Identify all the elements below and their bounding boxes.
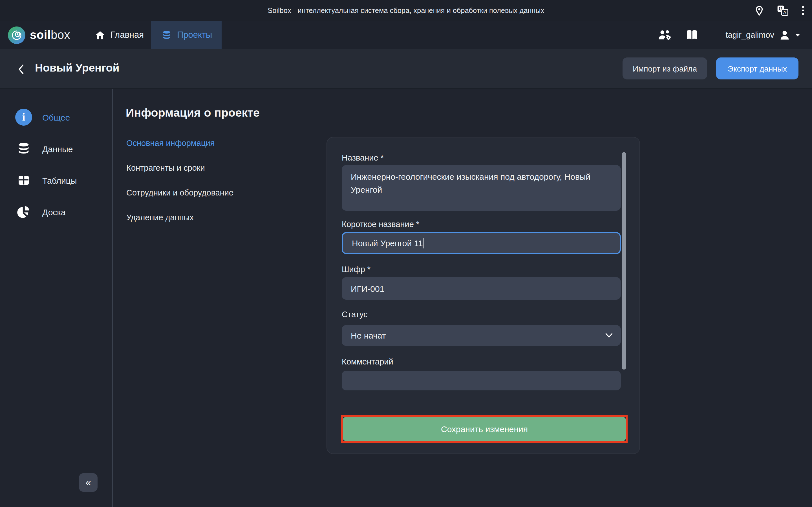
tab-projects-label: Проекты xyxy=(177,30,212,40)
code-value: ИГИ-001 xyxy=(351,284,384,293)
sidebar-item-label: Доска xyxy=(42,207,66,217)
username[interactable]: tagir_galimov xyxy=(726,31,774,40)
kebab-menu-icon[interactable] xyxy=(802,6,804,15)
status-label: Статус xyxy=(342,310,368,319)
comment-input[interactable] xyxy=(342,371,621,390)
save-changes-button[interactable]: Сохранить изменения xyxy=(343,417,626,441)
app-root: Soilbox - интеллектуальная система сбора… xyxy=(0,0,812,507)
browser-title-bar: Soilbox - интеллектуальная система сбора… xyxy=(0,0,812,21)
tab-home[interactable]: Главная xyxy=(85,21,154,49)
app-navbar: soilbox Главная Проекты tagir_galimov xyxy=(0,21,812,49)
translate-icon[interactable]: GA xyxy=(777,5,789,16)
code-label: Шифр * xyxy=(342,265,370,274)
code-input[interactable]: ИГИ-001 xyxy=(342,277,621,300)
back-button[interactable] xyxy=(15,62,28,76)
svg-text:A: A xyxy=(783,10,786,15)
table-icon xyxy=(15,172,32,189)
page-title: Новый Уренгой xyxy=(35,61,119,74)
browser-title: Soilbox - интеллектуальная система сбора… xyxy=(268,6,545,14)
name-value: Инженерно-геологические изыскания под ав… xyxy=(351,172,591,194)
subnav-item-staff-equipment[interactable]: Сотрудники и оборудование xyxy=(126,180,312,205)
sidebar-item-label: Таблицы xyxy=(42,175,77,185)
chevron-down-icon xyxy=(605,333,613,338)
user-management-icon[interactable] xyxy=(658,29,673,41)
sidebar-item-label: Данные xyxy=(42,144,73,154)
subnav-item-contractors[interactable]: Контрагенты и сроки xyxy=(126,156,312,180)
text-caret xyxy=(423,238,424,248)
sidebar-item-tables[interactable]: Таблицы xyxy=(0,165,112,196)
name-label: Название * xyxy=(342,153,384,162)
browser-icons: GA xyxy=(755,0,804,21)
sidebar-item-label: Общее xyxy=(42,112,70,122)
main-content: Информация о проекте Основная информация… xyxy=(113,89,812,507)
collapse-chevrons-glyph: « xyxy=(86,477,91,488)
short-name-input[interactable]: Новый Уренгой 11 xyxy=(342,232,621,254)
card-scrollbar-thumb[interactable] xyxy=(622,152,626,370)
info-icon: i xyxy=(15,109,32,126)
tab-projects[interactable]: Проекты xyxy=(151,21,221,49)
export-data-button[interactable]: Экспорт данных xyxy=(716,57,799,79)
back-chevron-icon xyxy=(16,63,27,75)
database-icon xyxy=(15,140,32,157)
sidebar-collapse-button[interactable]: « xyxy=(79,473,98,492)
projects-database-icon xyxy=(161,30,172,40)
tab-home-label: Главная xyxy=(110,30,144,40)
comment-label: Комментарий xyxy=(342,357,393,366)
logo-wordmark: soilbox xyxy=(30,28,70,42)
navbar-right: tagir_galimov xyxy=(658,21,801,49)
page-header: Новый Уренгой Импорт из файла Экспорт да… xyxy=(0,49,812,89)
short-name-value: Новый Уренгой 11 xyxy=(352,238,423,248)
project-sidebar: i Общее Данные Таблицы Доска xyxy=(0,89,113,507)
documentation-book-icon[interactable] xyxy=(685,29,699,41)
page-body: i Общее Данные Таблицы Доска xyxy=(0,89,812,507)
section-title: Информация о проекте xyxy=(126,106,260,119)
soilbox-logo-icon xyxy=(8,26,26,44)
status-select[interactable]: Не начат xyxy=(342,325,621,346)
subnav-item-delete-data[interactable]: Удаление данных xyxy=(126,205,312,230)
location-pin-icon[interactable] xyxy=(755,5,764,15)
user-menu-chevron-icon[interactable] xyxy=(795,33,801,37)
home-icon xyxy=(95,30,105,40)
project-info-card: Название * Инженерно-геологические изыск… xyxy=(326,137,640,454)
click-target-annotation: Сохранить изменения xyxy=(341,415,627,443)
name-textarea[interactable]: Инженерно-геологические изыскания под ав… xyxy=(342,165,621,211)
sidebar-item-board[interactable]: Доска xyxy=(0,196,112,228)
subnav-item-basic-info[interactable]: Основная информация xyxy=(126,131,312,156)
pie-chart-icon xyxy=(15,203,32,220)
soilbox-logo[interactable]: soilbox xyxy=(8,21,70,49)
status-value: Не начат xyxy=(351,331,386,340)
sidebar-item-data[interactable]: Данные xyxy=(0,133,112,165)
import-from-file-button[interactable]: Импорт из файла xyxy=(622,57,707,79)
sidebar-item-general[interactable]: i Общее xyxy=(0,101,112,133)
short-name-label: Короткое название * xyxy=(342,220,419,229)
project-subnav: Основная информация Контрагенты и сроки … xyxy=(126,131,312,230)
user-avatar-icon[interactable] xyxy=(779,29,791,41)
